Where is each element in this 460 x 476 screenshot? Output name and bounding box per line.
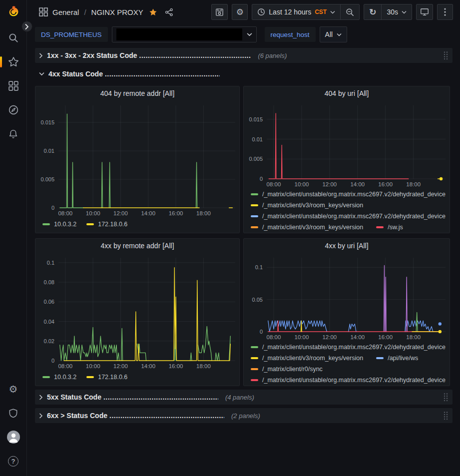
legend-item[interactable]: /_matrix/client/unstable/org.matrix.msc2… [251, 191, 446, 198]
row-header-4xx[interactable]: 4xx Status Code ........................… [35, 67, 453, 81]
row-drag-handle[interactable] [443, 51, 449, 60]
svg-text:0.005: 0.005 [40, 176, 54, 182]
breadcrumb-section[interactable]: General [52, 8, 79, 16]
top-navbar: General / NGINX PROXY [27, 0, 460, 24]
legend-swatch [251, 379, 258, 381]
cycle-view-mode-button[interactable] [416, 4, 433, 20]
shield-icon [8, 408, 18, 419]
chart-legend: 10.0.3.2172.18.0.6 [35, 371, 239, 386]
more-options-button[interactable] [437, 4, 453, 20]
legend-label: /_matrix/client/unstable/org.matrix.msc2… [262, 213, 446, 220]
dashboard-canvas: 1xx - 3xx - 2xx Status Code ............… [27, 48, 460, 423]
refresh-interval-picker[interactable]: 30s [381, 4, 412, 19]
svg-text:0.1: 0.1 [255, 264, 263, 270]
legend-item[interactable]: /api/live/ws [376, 355, 418, 362]
legend-item[interactable]: 10.0.3.2 [42, 374, 76, 381]
legend-item[interactable]: /_matrix/client/v3/room_keys/version [251, 355, 363, 362]
row-title-dots: ........................................… [105, 70, 220, 78]
row-header-6xx[interactable]: 6xx > Status Code ......................… [35, 408, 453, 423]
sidebar-item-profile[interactable] [6, 430, 20, 444]
save-dashboard-button[interactable] [211, 4, 228, 20]
svg-text:0.01: 0.01 [44, 148, 54, 154]
row-header-1xx-3xx-2xx[interactable]: 1xx - 3xx - 2xx Status Code ............… [35, 48, 453, 63]
legend-item[interactable]: /_matrix/client/r0/sync [251, 366, 323, 373]
datasource-variable-select[interactable] [112, 26, 257, 42]
zoom-out-time-button[interactable] [340, 4, 359, 19]
panel-title[interactable]: 4xx by uri [All] [244, 239, 450, 253]
chart-plot-area[interactable]: 08:0010:0012:0014:0016:0018:0000.050.1 [244, 253, 450, 342]
monitor-icon [420, 7, 429, 16]
sidebar-item-search[interactable] [6, 31, 20, 45]
star-outline-icon [8, 56, 19, 67]
legend-row: /_matrix/client/unstable/org.matrix.msc2… [251, 211, 446, 222]
row-panel-count: (2 panels) [231, 412, 260, 420]
variables-toolbar: DS_PROMETHEUS request_host All [27, 24, 460, 45]
time-range-picker[interactable]: Last 12 hours CST [252, 4, 340, 19]
legend-swatch [251, 357, 258, 359]
chevron-down-icon [330, 10, 335, 14]
row-header-5xx[interactable]: 5xx Status Code ........................… [35, 390, 453, 405]
legend-item[interactable]: /_matrix/client/v3/room_keys/version [251, 202, 363, 209]
gear-icon: ⚙ [9, 384, 18, 394]
legend-swatch [376, 226, 384, 228]
svg-text:0.02: 0.02 [44, 338, 54, 344]
row-drag-handle[interactable] [443, 393, 449, 402]
sidebar-expand-button[interactable] [21, 21, 32, 32]
sidebar-item-server-admin[interactable] [6, 406, 20, 420]
svg-text:0.05: 0.05 [252, 297, 263, 303]
breadcrumb-dashboard-title[interactable]: NGINX PROXY [91, 8, 143, 16]
svg-text:0.04: 0.04 [44, 319, 54, 325]
sidebar-item-help[interactable]: ? [6, 454, 20, 468]
svg-text:0.005: 0.005 [249, 156, 263, 162]
panel-title[interactable]: 404 by remote addr [All] [35, 86, 239, 100]
svg-text:08:00: 08:00 [267, 334, 281, 340]
active-section-indicator [0, 56, 2, 67]
legend-item[interactable]: /_matrix/client/unstable/org.matrix.msc2… [251, 213, 446, 220]
panel-404-by-uri: 404 by uri [All] 08:0010:0012:0014:0016:… [243, 86, 450, 233]
dashboard-settings-button[interactable]: ⚙ [232, 4, 248, 20]
chart-legend: /_matrix/client/unstable/org.matrix.msc2… [244, 189, 450, 233]
refresh-group: ↻ 30s [364, 4, 412, 20]
legend-item[interactable]: /_matrix/client/unstable/org.matrix.msc2… [251, 377, 446, 384]
panel-title[interactable]: 404 by uri [All] [244, 86, 450, 100]
svg-text:08:00: 08:00 [267, 181, 281, 187]
sidebar-item-alerting[interactable] [6, 127, 20, 141]
svg-text:10:00: 10:00 [86, 210, 100, 216]
svg-text:0.015: 0.015 [249, 116, 263, 122]
grafana-logo[interactable] [6, 5, 20, 19]
panel-title[interactable]: 4xx by remote addr [All] [35, 239, 239, 253]
host-variable-label[interactable]: request_host [265, 27, 316, 42]
sidebar-item-starred[interactable] [6, 55, 20, 69]
sidebar-item-settings[interactable]: ⚙ [6, 382, 20, 396]
legend-label: 172.18.0.6 [98, 221, 127, 228]
navbar-actions: ⚙ Last 12 hours CST [211, 4, 453, 20]
legend-item[interactable]: 10.0.3.2 [42, 221, 76, 228]
sidebar-item-dashboards[interactable] [6, 79, 20, 93]
chart-legend: 10.0.3.2172.18.0.6 [35, 218, 239, 233]
apps-grid-icon [39, 7, 48, 16]
chevron-right-icon [39, 53, 43, 58]
svg-text:12:00: 12:00 [113, 363, 128, 369]
row-panel-count: (4 panels) [225, 394, 254, 401]
host-variable-select[interactable]: All [320, 26, 348, 42]
legend-label: /api/live/ws [388, 355, 418, 362]
legend-swatch [86, 223, 94, 225]
chart-plot-area[interactable]: 08:0010:0012:0014:0016:0018:0000.020.040… [35, 253, 239, 371]
chart-plot-area[interactable]: 08:0010:0012:0014:0016:0018:0000.0050.01… [244, 100, 450, 189]
favorite-star-icon[interactable] [149, 8, 157, 16]
chart-plot-area[interactable]: 08:0010:0012:0014:0016:0018:0000.0050.01… [35, 100, 239, 218]
legend-item[interactable]: /_matrix/client/unstable/org.matrix.msc2… [251, 344, 446, 351]
legend-label: /_matrix/client/v3/room_keys/version [262, 355, 363, 362]
share-icon[interactable] [165, 8, 173, 16]
legend-item[interactable]: 172.18.0.6 [86, 374, 127, 381]
row-panel-count: (6 panels) [258, 52, 287, 59]
datasource-variable-label[interactable]: DS_PROMETHEUS [35, 27, 108, 42]
refresh-button[interactable]: ↻ [364, 4, 381, 19]
legend-item[interactable]: /sw.js [376, 224, 403, 231]
row-drag-handle[interactable] [443, 411, 449, 421]
sidebar-item-explore[interactable] [6, 103, 20, 117]
legend-item[interactable]: /_matrix/client/v3/room_keys/version [251, 224, 363, 231]
legend-item[interactable]: 172.18.0.6 [86, 221, 127, 228]
legend-label: /_matrix/client/unstable/org.matrix.msc2… [262, 377, 446, 384]
host-variable-value: All [325, 30, 333, 38]
